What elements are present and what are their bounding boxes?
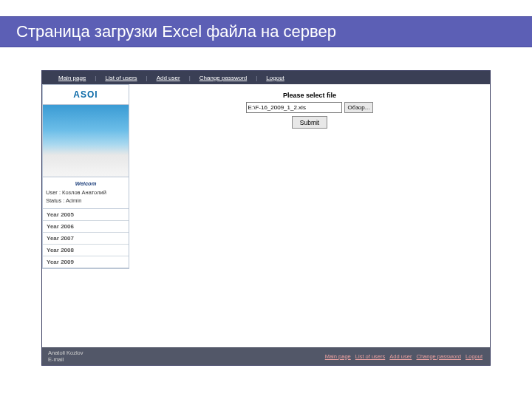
sidebar: ASOI Welcom User : Козлов Анатолий Statu…: [42, 84, 129, 347]
welcome-box: Welcom User : Козлов Анатолий Status : A…: [42, 177, 129, 209]
content-row: ASOI Welcom User : Козлов Анатолий Statu…: [42, 84, 490, 347]
top-nav: Main page | List of users | Add user | C…: [42, 71, 490, 84]
nav-main-page[interactable]: Main page: [50, 75, 95, 81]
welcome-user: User : Козлов Анатолий: [46, 189, 126, 196]
main-area: Please select file Обзор... Submit: [129, 84, 490, 347]
user-label: User :: [46, 189, 61, 196]
user-value: Козлов Анатолий: [62, 189, 106, 196]
logo-text: ASOI: [73, 89, 98, 100]
footer-link-add-user[interactable]: Add user: [389, 353, 412, 360]
welcome-status: Status : Admin: [46, 197, 126, 204]
status-label: Status :: [46, 197, 64, 204]
slide-title: Страница загрузки Excel файла на сервер: [16, 22, 336, 41]
year-item-2008[interactable]: Year 2008: [43, 245, 129, 256]
footer-link-users[interactable]: List of users: [355, 353, 385, 360]
footer-bar: Anatoli Kozlov E-mail Main page List of …: [42, 347, 490, 365]
footer-link-main[interactable]: Main page: [325, 353, 351, 360]
submit-button[interactable]: Submit: [292, 116, 327, 129]
upload-prompt: Please select file: [135, 92, 484, 99]
status-value: Admin: [66, 197, 81, 204]
hero-image: [42, 105, 129, 177]
nav-logout[interactable]: Logout: [257, 75, 293, 81]
footer-link-logout[interactable]: Logout: [466, 353, 482, 360]
year-item-2007[interactable]: Year 2007: [43, 233, 129, 245]
year-item-2005[interactable]: Year 2005: [43, 209, 129, 221]
nav-change-password[interactable]: Change password: [191, 75, 256, 81]
footer-author: Anatoli Kozlov: [48, 349, 83, 356]
browse-button[interactable]: Обзор...: [344, 102, 374, 113]
nav-add-user[interactable]: Add user: [148, 75, 189, 81]
footer-left: Anatoli Kozlov E-mail: [48, 349, 83, 363]
screenshot-frame: Main page | List of users | Add user | C…: [41, 70, 491, 366]
footer-link-change-password[interactable]: Change password: [416, 353, 460, 360]
year-list: Year 2005 Year 2006 Year 2007 Year 2008 …: [42, 209, 129, 269]
logo: ASOI: [42, 84, 129, 105]
file-row: Обзор...: [135, 102, 484, 113]
footer-email-label: E-mail: [48, 356, 83, 363]
year-item-2006[interactable]: Year 2006: [43, 221, 129, 233]
slide-title-bar: Страница загрузки Excel файла на сервер: [0, 16, 532, 47]
file-path-input[interactable]: [246, 102, 342, 113]
year-item-2009[interactable]: Year 2009: [43, 256, 129, 268]
nav-list-users[interactable]: List of users: [96, 75, 146, 81]
footer-links: Main page List of users Add user Change …: [324, 353, 484, 360]
welcome-title: Welcom: [46, 180, 126, 187]
